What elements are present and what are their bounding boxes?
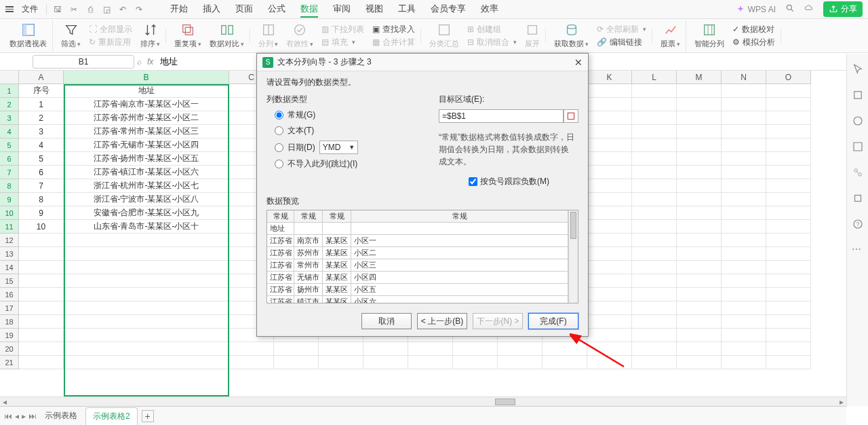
close-icon[interactable]: ✕ (574, 57, 583, 68)
cell[interactable] (408, 342, 453, 356)
wps-ai-button[interactable]: WPS AI (736, 5, 776, 14)
sheet-next-icon[interactable]: ▸ (22, 411, 26, 421)
validity-button[interactable]: 有效性▾ (286, 22, 313, 49)
cell[interactable] (632, 152, 677, 166)
dedup-button[interactable]: 重复项▾ (174, 22, 201, 49)
horizontal-scrollbar[interactable]: ◂ ▸ (0, 396, 846, 406)
cell[interactable] (587, 288, 632, 301)
cell[interactable] (632, 125, 677, 138)
cell[interactable] (677, 193, 722, 206)
cell[interactable]: 4 (19, 138, 64, 152)
search-fn-icon[interactable]: ⌕ (137, 57, 142, 67)
cell[interactable] (722, 206, 766, 220)
panel-cursor-icon[interactable] (852, 63, 864, 75)
cell[interactable] (64, 288, 229, 301)
cell[interactable] (722, 98, 766, 111)
cell[interactable] (632, 234, 677, 247)
add-sheet-button[interactable]: + (142, 410, 154, 422)
date-format-select[interactable]: YMD▼ (319, 141, 359, 154)
row-header[interactable]: 7 (0, 166, 19, 179)
cell[interactable] (677, 247, 722, 261)
cell[interactable] (766, 356, 811, 369)
fetch-data-button[interactable]: 获取数据▾ (554, 22, 589, 49)
cell[interactable] (632, 84, 677, 98)
cell[interactable] (542, 356, 587, 369)
sort-button[interactable]: 排序▾ (140, 22, 160, 49)
cell[interactable]: 5 (19, 152, 64, 166)
col-header-o[interactable]: O (766, 71, 811, 84)
cell[interactable] (722, 125, 766, 138)
sheet-tab-2[interactable]: 示例表格2 (85, 407, 138, 425)
cell[interactable] (632, 356, 677, 369)
row-header[interactable]: 14 (0, 261, 19, 274)
row-header[interactable]: 18 (0, 315, 19, 329)
cell[interactable] (19, 261, 64, 274)
cell[interactable] (587, 111, 632, 125)
cell[interactable]: 9 (19, 206, 64, 220)
cell[interactable] (677, 220, 722, 234)
cell[interactable]: 6 (19, 166, 64, 179)
cell[interactable] (19, 315, 64, 329)
tab-insert[interactable]: 插入 (203, 1, 220, 18)
cell[interactable]: 序号 (19, 84, 64, 98)
search-icon[interactable] (785, 3, 795, 15)
find-entry-button[interactable]: ▣ 查找录入 (372, 24, 415, 35)
cell[interactable] (632, 98, 677, 111)
share-button[interactable]: 分享 (823, 1, 863, 17)
finish-button[interactable]: 完成(F) (528, 313, 578, 329)
cell[interactable] (587, 301, 632, 315)
cell[interactable] (722, 179, 766, 193)
radio-skip-input[interactable] (275, 160, 283, 168)
cell[interactable] (632, 261, 677, 274)
scrollbar-thumb[interactable] (495, 399, 515, 405)
row-header[interactable]: 16 (0, 288, 19, 301)
preview-header[interactable]: 常规 (294, 210, 323, 222)
cell[interactable] (722, 261, 766, 274)
smart-split-button[interactable]: 智能分列 (694, 22, 724, 49)
tab-formula[interactable]: 公式 (268, 1, 285, 18)
cell[interactable] (677, 125, 722, 138)
cell[interactable] (19, 288, 64, 301)
cell[interactable] (64, 261, 229, 274)
cell[interactable] (766, 193, 811, 206)
cell[interactable] (408, 356, 453, 369)
cell[interactable]: 浙江省-杭州市-某某区-小区七 (64, 179, 229, 193)
group-button[interactable]: ⊞ 创建组 (467, 24, 517, 35)
cell[interactable] (722, 315, 766, 329)
radio-text[interactable]: 文本(T) (275, 125, 427, 136)
cell[interactable] (19, 274, 64, 288)
cell[interactable] (19, 301, 64, 315)
cell[interactable] (587, 166, 632, 179)
cell[interactable] (722, 166, 766, 179)
cell[interactable]: 8 (19, 193, 64, 206)
cell[interactable] (632, 220, 677, 234)
split-column-button[interactable]: 分列▾ (258, 22, 278, 49)
cell[interactable]: 2 (19, 111, 64, 125)
cell[interactable] (64, 234, 229, 247)
cell[interactable] (64, 329, 229, 342)
range-picker-icon[interactable] (564, 109, 578, 123)
cell[interactable] (587, 356, 632, 369)
cell[interactable] (19, 329, 64, 342)
fill-button[interactable]: ▤ 填充▾ (321, 37, 364, 48)
tab-page[interactable]: 页面 (235, 1, 253, 18)
cell[interactable] (229, 356, 274, 369)
cell[interactable] (498, 356, 542, 369)
cell[interactable] (766, 98, 811, 111)
cell[interactable] (677, 274, 722, 288)
cell[interactable] (677, 166, 722, 179)
cell[interactable] (319, 356, 363, 369)
tab-member[interactable]: 会员专享 (431, 1, 466, 18)
cell[interactable] (632, 138, 677, 152)
cell[interactable] (587, 179, 632, 193)
cell[interactable] (677, 84, 722, 98)
name-box[interactable]: B1 (33, 55, 134, 69)
cell[interactable] (766, 111, 811, 125)
col-header-a[interactable]: A (19, 71, 64, 84)
cell[interactable]: 浙江省-宁波市-某某区-小区八 (64, 193, 229, 206)
cell[interactable] (766, 342, 811, 356)
cell[interactable] (587, 247, 632, 261)
cell[interactable] (722, 301, 766, 315)
cell[interactable] (274, 356, 319, 369)
cell[interactable]: 1 (19, 98, 64, 111)
